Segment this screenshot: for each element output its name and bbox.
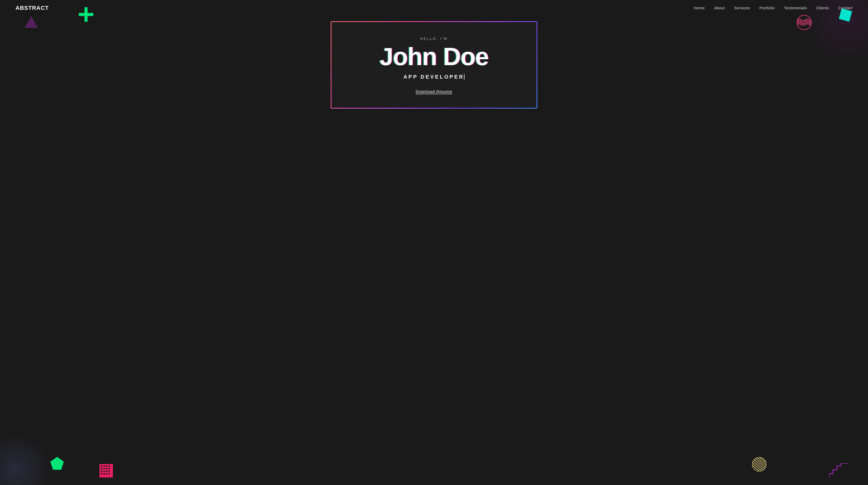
svg-point-21 [106, 468, 107, 469]
svg-point-19 [101, 468, 102, 469]
svg-point-20 [103, 468, 105, 469]
bg-blob-left [0, 433, 52, 485]
nav-item-services[interactable]: Services [734, 6, 750, 10]
brand-logo: ABSTRACT [16, 5, 49, 11]
svg-point-30 [108, 473, 110, 475]
download-resume-button[interactable]: Download Resume [416, 89, 452, 94]
hero-role: APP DEVELOPER [346, 74, 522, 80]
staircase-icon [829, 463, 848, 479]
nav-item-clients[interactable]: Clients [816, 6, 829, 10]
svg-point-24 [103, 470, 105, 472]
dot-grid-icon [99, 464, 113, 479]
hero-name: John Doe [346, 44, 522, 70]
nav-item-about[interactable]: About [714, 6, 725, 10]
svg-point-16 [103, 465, 105, 467]
nav-links: Home About Services Portfolio Testimonia… [694, 6, 852, 10]
svg-point-26 [108, 470, 110, 472]
svg-point-27 [101, 473, 102, 475]
hero-greeting: HELLO, I'M [346, 37, 522, 40]
hero-section: HELLO, I'M John Doe APP DEVELOPER Downlo… [0, 16, 868, 119]
svg-point-17 [106, 465, 107, 467]
navbar: ABSTRACT Home About Services Portfolio T… [0, 0, 868, 16]
striped-circle-icon [751, 456, 767, 474]
nav-item-contact[interactable]: Contact [838, 6, 852, 10]
svg-point-22 [108, 468, 110, 469]
hero-card: HELLO, I'M John Doe APP DEVELOPER Downlo… [331, 21, 537, 109]
svg-point-25 [106, 470, 107, 472]
nav-item-portfolio[interactable]: Portfolio [759, 6, 775, 10]
svg-point-18 [108, 465, 110, 467]
svg-marker-13 [51, 457, 64, 470]
green-pentagon-icon [51, 457, 64, 471]
svg-point-28 [103, 473, 105, 475]
svg-point-23 [101, 470, 102, 472]
svg-point-15 [101, 465, 102, 467]
svg-point-29 [106, 473, 107, 475]
nav-item-testimonials[interactable]: Testimonials [784, 6, 807, 10]
nav-item-home[interactable]: Home [694, 6, 705, 10]
